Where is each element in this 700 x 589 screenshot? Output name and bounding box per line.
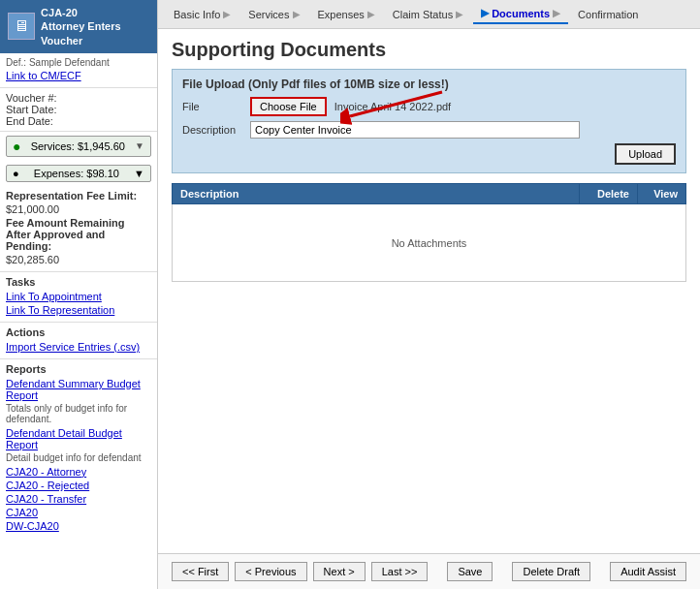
expenses-arrow: ▼ (134, 168, 144, 179)
defendant-summary-report-link[interactable]: Defendant Summary Budget Report (6, 378, 151, 401)
col-delete: Delete (580, 184, 638, 204)
services-amount: Services: $1,945.60 (31, 140, 125, 152)
nav-services[interactable]: Services ▶ (240, 6, 307, 23)
reports-title: Reports (6, 363, 151, 375)
save-button[interactable]: Save (447, 562, 493, 581)
actions-title: Actions (6, 326, 151, 338)
fee-remaining-value: $20,285.60 (6, 254, 151, 265)
top-nav: Basic Info ▶ Services ▶ Expenses ▶ Claim… (158, 0, 700, 29)
previous-button[interactable]: < Previous (235, 562, 306, 581)
description-label: Description (182, 124, 250, 136)
start-date-label: Start Date: (6, 104, 151, 115)
file-row: File Choose File Invoice April 14 2022.p… (182, 97, 676, 116)
actions-section: Actions Import Service Entries (.csv) (0, 323, 157, 359)
bottom-nav: << First < Previous Next > Last >> Save … (158, 553, 700, 589)
tasks-section: Tasks Link To Appointment Link To Repres… (0, 272, 157, 323)
expenses-box[interactable]: ● Expenses: $98.10 ▼ (6, 165, 151, 182)
defendant-summary-report-desc: Totals only of budget info for defendant… (6, 403, 151, 424)
defendant-section: Def.: Sample Defendant Link to CM/ECF (0, 53, 157, 88)
delete-draft-button[interactable]: Delete Draft (512, 562, 590, 581)
attachments-table: Description Delete View No Attachments (172, 183, 686, 282)
defendant-label: Def.: Sample Defendant (6, 57, 151, 68)
choose-file-button[interactable]: Choose File (250, 97, 327, 116)
amounts-section: Representation Fee Limit: $21,000.00 Fee… (0, 186, 157, 272)
upload-button[interactable]: Upload (615, 143, 676, 165)
nav-claim-status-label: Claim Status (393, 9, 453, 20)
sidebar-case-info: CJA-20 Attorney Enters Voucher (41, 6, 149, 47)
first-button[interactable]: << First (172, 562, 229, 581)
filename-text: Invoice April 14 2022.pdf (334, 101, 451, 112)
nav-confirmation[interactable]: Confirmation (570, 6, 646, 23)
services-dot: ● (13, 139, 20, 154)
nav-arrow-1: ▶ (223, 9, 231, 19)
cm-ecf-link[interactable]: Link to CM/ECF (6, 70, 151, 81)
expenses-amount: Expenses: $98.10 (34, 168, 119, 179)
page-content: Supporting Documents File Upload (Only P… (158, 29, 700, 553)
nav-services-label: Services (248, 9, 289, 20)
cja20-transfer-link[interactable]: CJA20 - Transfer (6, 493, 151, 505)
nav-claim-status[interactable]: Claim Status ▶ (385, 6, 471, 23)
nav-arrow-2: ▶ (293, 9, 301, 19)
rep-fee-limit-label: Representation Fee Limit: (6, 190, 151, 202)
nav-arrow-5: ▶ (553, 8, 560, 18)
next-button[interactable]: Next > (313, 562, 366, 581)
col-view: View (638, 184, 686, 204)
file-label: File (182, 101, 250, 112)
cja20-link[interactable]: CJA20 (6, 507, 151, 518)
nav-documents-icon: ▶ (481, 7, 489, 19)
nav-basic-info-label: Basic Info (174, 9, 220, 20)
upload-section-title: File Upload (Only Pdf files of 10MB size… (182, 78, 676, 91)
report-item-1: Defendant Summary Budget Report Totals o… (6, 378, 151, 424)
sidebar-header: 🖥 CJA-20 Attorney Enters Voucher (0, 0, 157, 53)
case-id: CJA-20 (41, 6, 149, 19)
nav-basic-info[interactable]: Basic Info ▶ (166, 6, 239, 23)
nav-documents-label: Documents (492, 8, 550, 19)
cja20-attorney-link[interactable]: CJA20 - Attorney (6, 466, 151, 478)
report-item-2: Defendant Detail Budget Report Detail bu… (6, 427, 151, 463)
description-row: Description (182, 121, 676, 139)
nav-expenses-label: Expenses (318, 9, 365, 20)
sidebar: 🖥 CJA-20 Attorney Enters Voucher Def.: S… (0, 0, 158, 589)
expenses-dot: ● (13, 168, 19, 179)
services-arrow: ▼ (135, 140, 144, 151)
defendant-detail-report-link[interactable]: Defendant Detail Budget Report (6, 427, 151, 450)
last-button[interactable]: Last >> (371, 562, 429, 581)
nav-confirmation-label: Confirmation (578, 9, 638, 20)
col-description: Description (173, 184, 580, 204)
nav-documents[interactable]: ▶ Documents ▶ (473, 4, 568, 24)
dw-cja20-link[interactable]: DW-CJA20 (6, 520, 151, 532)
page-title: Supporting Documents (172, 39, 686, 61)
description-input[interactable] (250, 121, 580, 139)
services-box[interactable]: ● Services: $1,945.60 ▼ (6, 136, 151, 157)
rep-fee-limit-value: $21,000.00 (6, 203, 151, 215)
main-content: Basic Info ▶ Services ▶ Expenses ▶ Claim… (158, 0, 700, 589)
upload-row: Upload (182, 143, 676, 165)
defendant-detail-report-desc: Detail budget info for defendant (6, 452, 151, 463)
voucher-section: Voucher #: Start Date: End Date: (0, 88, 157, 132)
link-appointment[interactable]: Link To Appointment (6, 291, 151, 302)
link-representation[interactable]: Link To Representation (6, 304, 151, 316)
voucher-label: Voucher #: (6, 92, 151, 104)
nav-arrow-4: ▶ (456, 9, 463, 19)
upload-section: File Upload (Only Pdf files of 10MB size… (172, 69, 686, 173)
import-service-entries-link[interactable]: Import Service Entries (.csv) (6, 341, 151, 353)
nav-arrow-3: ▶ (367, 9, 375, 19)
fee-remaining-label: Fee Amount Remaining After Approved and … (6, 217, 151, 252)
reports-section: Reports Defendant Summary Budget Report … (0, 359, 157, 538)
case-title: Attorney Enters Voucher (41, 19, 149, 47)
no-attachments-message: No Attachments (173, 204, 686, 282)
cja20-rejected-link[interactable]: CJA20 - Rejected (6, 480, 151, 491)
end-date-label: End Date: (6, 115, 151, 127)
audit-assist-button[interactable]: Audit Assist (610, 562, 686, 581)
tasks-title: Tasks (6, 276, 151, 288)
case-icon: 🖥 (8, 13, 35, 40)
no-attachments-row: No Attachments (173, 204, 686, 282)
nav-expenses[interactable]: Expenses ▶ (310, 6, 383, 23)
